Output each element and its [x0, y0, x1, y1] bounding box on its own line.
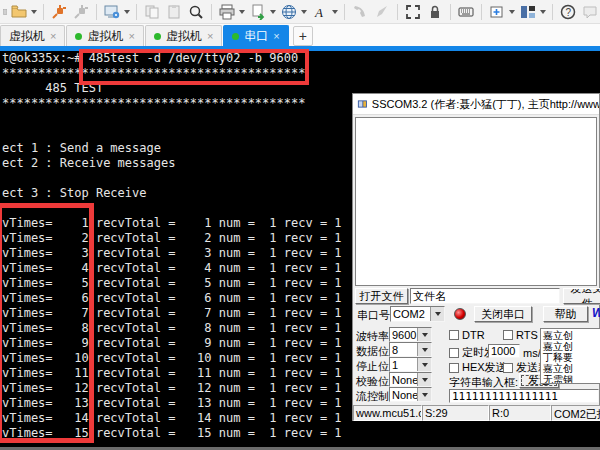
lock-icon[interactable]: [425, 2, 445, 22]
hex-send-checkbox[interactable]: HEX发送: [449, 360, 507, 375]
tab-label: 串口: [244, 28, 268, 45]
font-icon[interactable]: A: [310, 2, 330, 22]
combo-arrow-icon[interactable]: [417, 343, 431, 356]
connect-icon[interactable]: [49, 2, 69, 22]
status-sent-count: S:29: [422, 405, 489, 421]
transfer-dropdown-caret[interactable]: [270, 10, 276, 17]
toolbar-separator: [552, 4, 553, 20]
stop-bits-combo[interactable]: 1: [389, 357, 432, 372]
dtr-label: DTR: [462, 329, 485, 341]
combo-arrow-icon[interactable]: [417, 358, 431, 371]
send-string-input[interactable]: [449, 389, 599, 403]
svg-text:A: A: [314, 5, 323, 20]
screen: A ? 虚拟机 × 虚拟机 × 虚拟机 ×: [0, 0, 600, 450]
toolbar-separator: [450, 4, 451, 20]
checkbox-icon[interactable]: [503, 363, 513, 373]
web-icon[interactable]: [279, 2, 299, 22]
stop-bits-label: 停止位: [356, 359, 389, 374]
tab-close-icon[interactable]: ×: [207, 31, 213, 42]
checkbox-icon[interactable]: [503, 330, 513, 340]
checkbox-icon[interactable]: [449, 363, 459, 373]
tab-close-icon[interactable]: ×: [128, 31, 134, 42]
open-file-button[interactable]: 打开文件: [355, 288, 408, 304]
tab-vm-3[interactable]: 虚拟机 ×: [145, 25, 222, 46]
receive-area[interactable]: [355, 117, 597, 286]
file-name-input[interactable]: [410, 288, 560, 304]
tab-vm-2[interactable]: 虚拟机 ×: [66, 25, 143, 46]
status-port-state: COM2已打: [551, 405, 600, 421]
tab-close-icon[interactable]: ×: [273, 31, 279, 42]
toolbar-separator: [344, 4, 345, 20]
status-site: www.mcu51.cor: [353, 405, 422, 421]
combo-arrow-icon[interactable]: [417, 388, 431, 401]
connected-dot-icon: [75, 33, 82, 40]
help-icon[interactable]: ?: [558, 2, 578, 22]
ad-line: 无需钢: [543, 374, 600, 384]
help-button[interactable]: 帮助: [543, 306, 588, 322]
toolbar-separator: [43, 4, 44, 20]
new-window-dropdown-caret[interactable]: [509, 10, 515, 17]
input-box-label: 字符串输入框:: [449, 375, 518, 390]
layout-dropdown-caret[interactable]: [540, 10, 546, 17]
rts-checkbox[interactable]: RTS: [503, 329, 538, 341]
keyboard-icon[interactable]: [456, 2, 476, 22]
toolbar-separator: [211, 4, 212, 20]
mcu51-link[interactable]: W: [592, 306, 600, 320]
flow-value: None: [390, 389, 417, 401]
web-dropdown-caret[interactable]: [301, 10, 307, 17]
send-file-button[interactable]: 发送文件: [563, 288, 600, 304]
sscom-window-title: SSCOM3.2 (作者:聂小猛(丁丁), 主页http://www.mcu: [372, 97, 599, 112]
data-bits-combo[interactable]: 8: [389, 342, 432, 357]
hex-send-label: HEX发送: [462, 360, 507, 375]
find-icon[interactable]: [186, 2, 206, 22]
folder-dropdown-caret[interactable]: [31, 10, 37, 17]
ad-line: 嘉立创: [543, 341, 600, 352]
close-port-button[interactable]: 关闭串口: [474, 306, 532, 322]
checkbox-icon[interactable]: [449, 348, 459, 358]
flow-label: 流控制: [356, 389, 389, 404]
tab-bar: 虚拟机 × 虚拟机 × 虚拟机 × 串口 × +: [0, 24, 600, 46]
tab-label: 虚拟机: [166, 28, 202, 45]
ad-line: 嘉立创: [543, 330, 600, 341]
tab-label: 虚拟机: [9, 28, 45, 45]
combo-arrow-icon[interactable]: [417, 373, 431, 386]
clipped-icon: [0, 2, 7, 22]
data-bits-label: 数据位: [356, 344, 389, 359]
transfer-icon[interactable]: [248, 2, 268, 22]
flow-combo[interactable]: None: [389, 387, 432, 402]
copy-icon: [142, 2, 162, 22]
fullscreen-icon[interactable]: [403, 2, 423, 22]
toolbar-separator: [481, 4, 482, 20]
print-icon[interactable]: [217, 2, 237, 22]
tab-vm-1[interactable]: 虚拟机 ×: [0, 25, 65, 46]
font-dropdown-caret[interactable]: [332, 10, 338, 17]
session-settings-icon[interactable]: [102, 2, 122, 22]
dtr-checkbox[interactable]: DTR: [449, 329, 485, 341]
new-window-icon[interactable]: [487, 2, 507, 22]
parity-label: 校验位: [356, 374, 389, 389]
tab-label: 虚拟机: [87, 28, 123, 45]
port-combo[interactable]: COM2: [390, 306, 445, 322]
rts-label: RTS: [516, 329, 538, 341]
combo-arrow-icon[interactable]: [417, 328, 431, 341]
parity-combo[interactable]: None: [389, 372, 432, 387]
print-dropdown-caret[interactable]: [239, 10, 245, 17]
interval-input[interactable]: [488, 344, 520, 358]
port-label: 串口号: [357, 308, 390, 323]
connected-dot-icon: [154, 33, 161, 40]
layout-icon[interactable]: [518, 2, 538, 22]
combo-arrow-icon[interactable]: [430, 307, 444, 321]
sscom-titlebar[interactable]: SSCOM3.2 (作者:聂小猛(丁丁), 主页http://www.mcu: [353, 94, 599, 115]
checkbox-icon[interactable]: [449, 330, 459, 340]
baud-value: 9600: [390, 329, 417, 341]
port-status-led: [454, 308, 466, 320]
new-tab-button[interactable]: +: [293, 26, 313, 46]
baud-combo[interactable]: 9600: [389, 327, 432, 342]
ad-line: 丁释要: [543, 352, 600, 363]
main-toolbar: A ?: [0, 0, 600, 24]
data-bits-value: 8: [390, 344, 417, 356]
tab-close-icon[interactable]: ×: [50, 31, 56, 42]
settings-dropdown-caret[interactable]: [124, 10, 130, 17]
tab-serial-active[interactable]: 串口 ×: [223, 25, 288, 46]
folder-open-icon[interactable]: [9, 2, 29, 22]
